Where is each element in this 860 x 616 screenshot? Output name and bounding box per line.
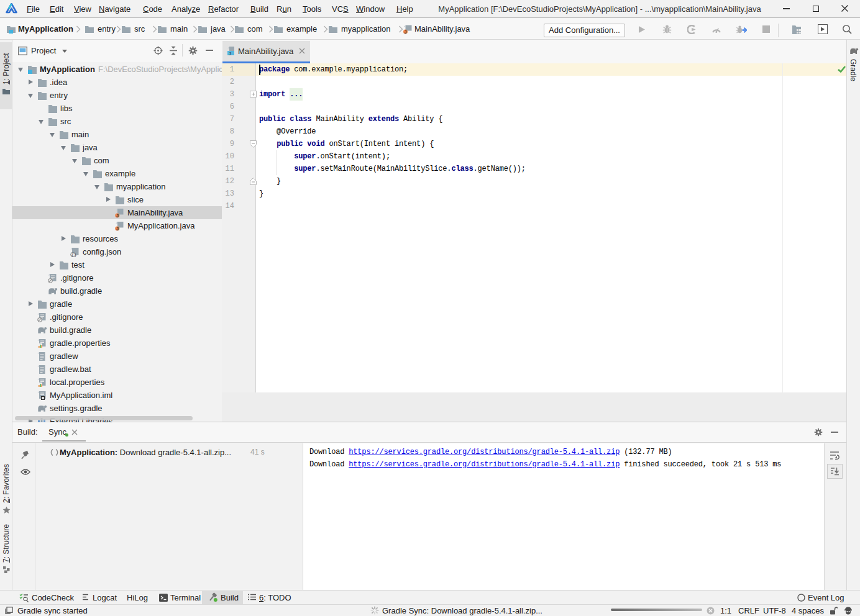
svg-text:J: J (229, 52, 231, 56)
svg-text:J: J (116, 214, 119, 218)
svg-text:{}: {} (71, 253, 76, 257)
svg-text:J: J (405, 30, 407, 34)
svg-text:J: J (116, 227, 119, 231)
